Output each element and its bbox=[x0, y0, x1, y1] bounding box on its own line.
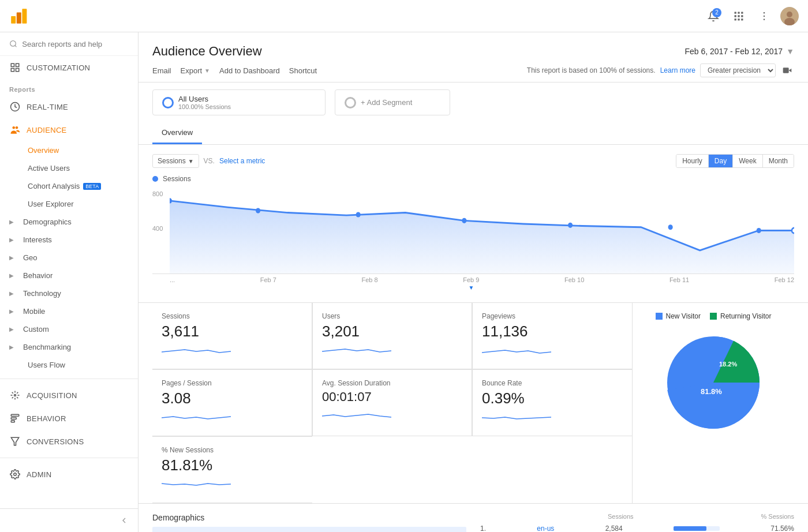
svg-rect-23 bbox=[16, 69, 19, 72]
sidebar-item-behavior-nav[interactable]: BEHAVIOR bbox=[0, 407, 138, 430]
toolbar: Email Export ▼ Add to Dashboard Shortcut… bbox=[139, 59, 808, 83]
segment-all-users[interactable]: All Users 100.00% Sessions bbox=[152, 89, 326, 115]
beta-badge: BETA bbox=[83, 183, 101, 190]
svg-point-41 bbox=[757, 228, 761, 233]
sidebar-item-interests[interactable]: ▶ Interests bbox=[0, 231, 138, 249]
lang-bar-container-1 bbox=[674, 526, 720, 531]
sidebar-item-audience[interactable]: AUDIENCE bbox=[0, 118, 138, 141]
sidebar-item-behavior[interactable]: ▶ Behavior bbox=[0, 267, 138, 284]
x-label-feb8: Feb 8 bbox=[362, 276, 378, 291]
sessions-sparkline bbox=[162, 344, 231, 358]
svg-marker-34 bbox=[170, 201, 794, 274]
lang-link-1[interactable]: en-us bbox=[537, 524, 554, 532]
page-title: Audience Overview bbox=[152, 44, 262, 59]
email-button[interactable]: Email bbox=[152, 64, 171, 77]
svg-rect-21 bbox=[16, 63, 19, 66]
conversions-icon bbox=[9, 436, 21, 447]
learn-more-link[interactable]: Learn more bbox=[660, 66, 695, 74]
search-input[interactable] bbox=[22, 40, 129, 48]
audience-icon bbox=[9, 124, 21, 136]
sidebar-item-conversions[interactable]: CONVERSIONS bbox=[0, 430, 138, 453]
metric-pages-session-name: Pages / Session bbox=[162, 379, 302, 387]
sidebar-item-customization[interactable]: CUSTOMIZATION bbox=[0, 56, 138, 79]
precision-select[interactable]: Greater precision bbox=[700, 63, 776, 77]
pct-sessions-col-header: % Sessions bbox=[761, 513, 794, 520]
sidebar-item-admin[interactable]: ADMIN bbox=[0, 463, 138, 486]
y-label-800: 800 bbox=[152, 190, 163, 197]
sidebar-item-user-explorer[interactable]: User Explorer bbox=[0, 195, 138, 213]
add-segment-label: + Add Segment bbox=[361, 98, 412, 107]
add-dashboard-button[interactable]: Add to Dashboard bbox=[219, 64, 280, 77]
svg-point-25 bbox=[13, 126, 16, 129]
pie-legend: New Visitor Returning Visitor bbox=[656, 312, 772, 320]
svg-line-19 bbox=[15, 46, 17, 47]
sidebar-item-custom[interactable]: ▶ Custom bbox=[0, 320, 138, 338]
chart-legend: Sessions bbox=[152, 175, 794, 183]
user-avatar[interactable] bbox=[780, 7, 799, 25]
help-icon[interactable] bbox=[780, 63, 794, 77]
metric-bounce-rate-name: Bounce Rate bbox=[482, 379, 623, 387]
svg-rect-29 bbox=[11, 418, 16, 419]
new-visitor-legend-label: New Visitor bbox=[666, 312, 701, 320]
expand-arrow-icon: ▶ bbox=[9, 308, 14, 314]
returning-visitor-legend-label: Returning Visitor bbox=[720, 312, 772, 320]
language-table: Sessions % Sessions 1. en-us 2,584 71.56… bbox=[480, 513, 794, 532]
segment-circle-icon bbox=[162, 97, 174, 108]
sidebar-item-active-users[interactable]: Active Users bbox=[0, 159, 138, 177]
time-buttons: Hourly Day Week Month bbox=[676, 154, 794, 168]
lang-pct-1: 71.56% bbox=[770, 524, 794, 532]
sidebar-item-overview[interactable]: Overview bbox=[0, 141, 138, 159]
sidebar-item-benchmarking[interactable]: ▶ Benchmarking bbox=[0, 338, 138, 356]
metric-avg-duration-value: 00:01:07 bbox=[322, 389, 462, 404]
select-metric-link[interactable]: Select a metric bbox=[219, 157, 265, 165]
svg-rect-6 bbox=[735, 15, 736, 17]
line-chart: 800 400 bbox=[152, 188, 794, 274]
more-vertical-icon[interactable] bbox=[755, 7, 773, 25]
svg-text:18.2%: 18.2% bbox=[719, 361, 737, 368]
behavior-icon bbox=[9, 413, 21, 424]
export-button[interactable]: Export bbox=[181, 64, 203, 77]
time-btn-week[interactable]: Week bbox=[733, 155, 762, 167]
sidebar-item-cohort-analysis[interactable]: Cohort Analysis BETA bbox=[0, 177, 138, 195]
sidebar-item-geo[interactable]: ▶ Geo bbox=[0, 249, 138, 267]
svg-point-37 bbox=[356, 212, 361, 217]
export-dropdown[interactable]: Export ▼ bbox=[181, 64, 210, 77]
svg-rect-30 bbox=[11, 421, 14, 422]
sidebar-item-users-flow[interactable]: Users Flow bbox=[0, 356, 138, 374]
sidebar-item-technology[interactable]: ▶ Technology bbox=[0, 284, 138, 302]
lang-sessions-1: 2,584 bbox=[605, 524, 623, 532]
chart-controls: Sessions ▼ VS. Select a metric Hourly Da… bbox=[152, 154, 794, 168]
tab-overview[interactable]: Overview bbox=[152, 122, 202, 144]
language-tab-active[interactable]: Language ▶ bbox=[152, 527, 466, 532]
time-btn-day[interactable]: Day bbox=[709, 155, 733, 167]
add-segment-button[interactable]: + Add Segment bbox=[335, 89, 450, 115]
bounce-rate-sparkline bbox=[482, 411, 551, 425]
app-logo bbox=[9, 7, 28, 25]
report-info: This report is based on 100% of sessions… bbox=[527, 63, 794, 77]
notification-bell-icon[interactable]: 2 bbox=[704, 7, 723, 25]
date-range-selector[interactable]: Feb 6, 2017 - Feb 12, 2017 ▼ bbox=[684, 47, 794, 56]
svg-rect-28 bbox=[11, 414, 19, 416]
time-btn-hourly[interactable]: Hourly bbox=[676, 155, 709, 167]
content-header: Audience Overview Feb 6, 2017 - Feb 12, … bbox=[139, 32, 808, 59]
sidebar-item-demographics[interactable]: ▶ Demographics bbox=[0, 213, 138, 231]
sessions-col-header: Sessions bbox=[608, 513, 634, 520]
sidebar-item-acquisition[interactable]: ACQUISITION bbox=[0, 384, 138, 407]
grid-icon[interactable] bbox=[730, 7, 748, 25]
svg-rect-8 bbox=[741, 15, 743, 17]
notification-count: 2 bbox=[712, 8, 721, 17]
tab-bar: Overview bbox=[139, 122, 808, 145]
segment-label: All Users bbox=[178, 95, 231, 103]
time-btn-month[interactable]: Month bbox=[763, 155, 794, 167]
sidebar-collapse-button[interactable] bbox=[0, 508, 138, 532]
chevron-down-icon: ▼ bbox=[786, 47, 794, 56]
sidebar-search[interactable] bbox=[0, 32, 138, 56]
svg-rect-33 bbox=[783, 68, 789, 73]
metric-select[interactable]: Sessions ▼ bbox=[152, 154, 199, 168]
sidebar-item-mobile[interactable]: ▶ Mobile bbox=[0, 302, 138, 320]
metric-chevron-icon: ▼ bbox=[188, 158, 194, 164]
sessions-legend-label: Sessions bbox=[163, 175, 191, 183]
sidebar-item-realtime[interactable]: REAL-TIME bbox=[0, 95, 138, 118]
audience-label: AUDIENCE bbox=[27, 126, 67, 134]
shortcut-button[interactable]: Shortcut bbox=[289, 64, 317, 77]
